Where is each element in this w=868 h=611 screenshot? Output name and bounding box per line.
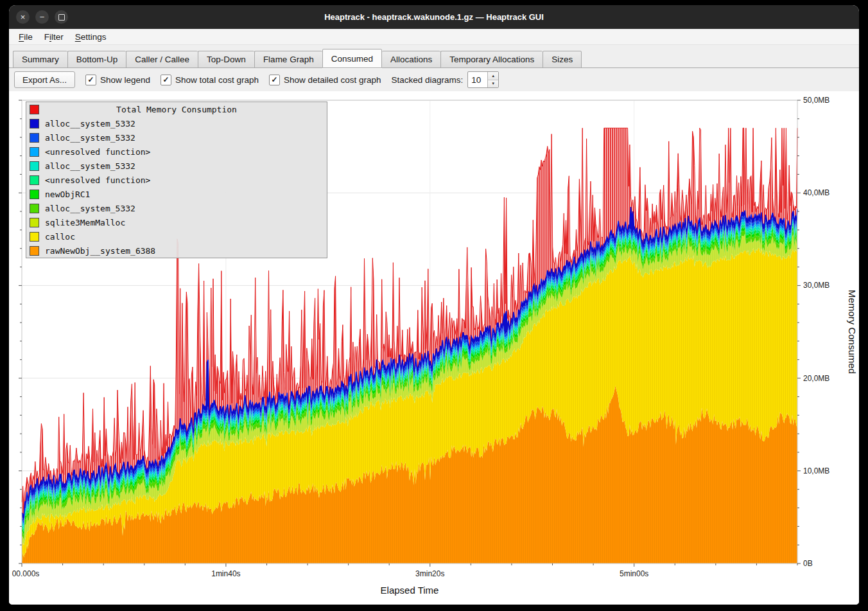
show-legend-label: Show legend bbox=[100, 75, 150, 85]
legend-swatch bbox=[30, 232, 39, 242]
legend-item: sqlite3MemMalloc bbox=[26, 215, 327, 229]
legend-item: newObjRC1 bbox=[26, 187, 327, 201]
y-tick-label: 30,0MB bbox=[803, 281, 829, 290]
checkbox-checked-icon: ✓ bbox=[269, 75, 280, 85]
legend-title-row: Total Memory Consumption bbox=[26, 102, 327, 116]
x-tick-label: 1min40s bbox=[211, 569, 240, 578]
legend-item-label: alloc__system_5332 bbox=[45, 133, 135, 143]
legend-item: <unresolved function> bbox=[26, 145, 327, 159]
legend-title: Total Memory Consumption bbox=[45, 105, 308, 114]
tab-bar: Summary Bottom-Up Caller / Callee Top-Do… bbox=[9, 45, 859, 68]
show-detailed-cost-label: Show detailed cost graph bbox=[284, 75, 381, 85]
app-window: × − Heaptrack - heaptrack.wakunode.1.gz … bbox=[9, 5, 859, 605]
titlebar[interactable]: × − Heaptrack - heaptrack.wakunode.1.gz … bbox=[9, 5, 859, 29]
legend-swatch bbox=[30, 161, 39, 171]
x-tick-label: 5min00s bbox=[620, 569, 648, 578]
tab-flame-graph[interactable]: Flame Graph bbox=[254, 51, 322, 68]
legend-swatch bbox=[30, 119, 39, 128]
tab-sizes[interactable]: Sizes bbox=[542, 51, 582, 68]
tab-summary[interactable]: Summary bbox=[13, 51, 67, 68]
legend-item: <unresolved function> bbox=[26, 173, 327, 187]
export-as-button[interactable]: Export As... bbox=[14, 71, 75, 88]
tab-caller-callee[interactable]: Caller / Callee bbox=[126, 51, 198, 68]
tab-consumed[interactable]: Consumed bbox=[322, 49, 382, 68]
show-total-cost-checkbox[interactable]: ✓ Show total cost graph bbox=[161, 75, 259, 85]
legend-item-label: calloc bbox=[45, 232, 75, 242]
y-tick-label: 10,0MB bbox=[803, 466, 829, 475]
legend-item-label: <unresolved function> bbox=[45, 175, 150, 185]
spinner-down-button[interactable]: ▼ bbox=[488, 80, 498, 88]
toolbar: Export As... ✓ Show legend ✓ Show total … bbox=[9, 68, 859, 91]
legend-item-label: alloc__system_5332 bbox=[45, 161, 135, 171]
legend-swatch bbox=[30, 246, 39, 256]
show-detailed-cost-checkbox[interactable]: ✓ Show detailed cost graph bbox=[269, 75, 381, 85]
menu-settings[interactable]: Settings bbox=[69, 31, 112, 43]
stacked-diagrams-spinner[interactable]: 10 ▲ ▼ bbox=[467, 71, 499, 88]
legend-item: calloc bbox=[26, 229, 327, 244]
tab-temporary-allocations[interactable]: Temporary Allocations bbox=[440, 51, 542, 68]
maximize-button[interactable] bbox=[55, 10, 68, 24]
stacked-diagrams-group: Stacked diagrams: 10 ▲ ▼ bbox=[392, 71, 499, 88]
legend-swatch bbox=[30, 133, 39, 143]
spinner-value: 10 bbox=[468, 72, 487, 87]
legend-item-label: newObjRC1 bbox=[45, 190, 90, 199]
minimize-icon: − bbox=[40, 13, 45, 21]
tab-bottom-up[interactable]: Bottom-Up bbox=[67, 51, 126, 68]
menu-filter[interactable]: Filter bbox=[39, 31, 69, 43]
stacked-diagrams-label: Stacked diagrams: bbox=[392, 75, 464, 85]
checkbox-checked-icon: ✓ bbox=[161, 75, 171, 85]
legend-item: alloc__system_5332 bbox=[26, 116, 327, 130]
legend-swatch bbox=[30, 204, 39, 213]
x-axis-label: Elapsed Time bbox=[381, 585, 439, 596]
legend-item-label: alloc__system_5332 bbox=[45, 204, 135, 213]
y-axis-label: Memory Consumed bbox=[847, 290, 858, 374]
legend-item: alloc__system_5332 bbox=[26, 201, 327, 215]
menu-file[interactable]: File bbox=[13, 31, 39, 43]
tab-top-down[interactable]: Top-Down bbox=[198, 51, 254, 68]
window-controls: × − bbox=[16, 10, 68, 24]
y-tick-label: 50,0MB bbox=[803, 96, 829, 105]
legend-item: alloc__system_5332 bbox=[26, 130, 327, 145]
tab-allocations[interactable]: Allocations bbox=[382, 51, 440, 68]
minimize-button[interactable]: − bbox=[35, 10, 49, 24]
legend-swatch bbox=[30, 190, 39, 199]
y-tick-label: 20,0MB bbox=[803, 374, 829, 383]
show-total-cost-label: Show total cost graph bbox=[175, 75, 259, 85]
y-tick-label: 40,0MB bbox=[803, 188, 829, 197]
checkbox-checked-icon: ✓ bbox=[85, 75, 96, 85]
legend-swatch bbox=[30, 147, 39, 157]
spinner-buttons: ▲ ▼ bbox=[487, 72, 498, 87]
x-tick-label: 00.000s bbox=[12, 569, 40, 578]
legend-swatch bbox=[30, 105, 39, 114]
legend-item-label: rawNewObj__system_6388 bbox=[45, 246, 155, 256]
show-legend-checkbox[interactable]: ✓ Show legend bbox=[85, 75, 150, 85]
legend-swatch bbox=[30, 175, 39, 185]
close-button[interactable]: × bbox=[16, 10, 30, 24]
x-tick-label: 3min20s bbox=[415, 569, 444, 578]
legend-swatch bbox=[30, 218, 39, 227]
y-tick-label: 0B bbox=[803, 559, 813, 568]
legend-item: alloc__system_5332 bbox=[26, 159, 327, 173]
memory-consumption-chart[interactable]: 0B10,0MB20,0MB30,0MB40,0MB50,0MB00.000s1… bbox=[9, 91, 859, 605]
legend-item-label: alloc__system_5332 bbox=[45, 119, 135, 128]
legend-item-label: <unresolved function> bbox=[45, 147, 150, 157]
chart-legend: Total Memory Consumptionalloc__system_53… bbox=[26, 102, 327, 258]
window-title: Heaptrack - heaptrack.wakunode.1.gz — He… bbox=[9, 12, 859, 22]
spinner-up-button[interactable]: ▲ bbox=[488, 72, 498, 80]
close-icon: × bbox=[21, 13, 26, 21]
legend-item: rawNewObj__system_6388 bbox=[26, 244, 327, 258]
maximize-icon bbox=[58, 14, 65, 21]
legend-item-label: sqlite3MemMalloc bbox=[45, 218, 125, 227]
menubar: File Filter Settings bbox=[9, 29, 859, 45]
